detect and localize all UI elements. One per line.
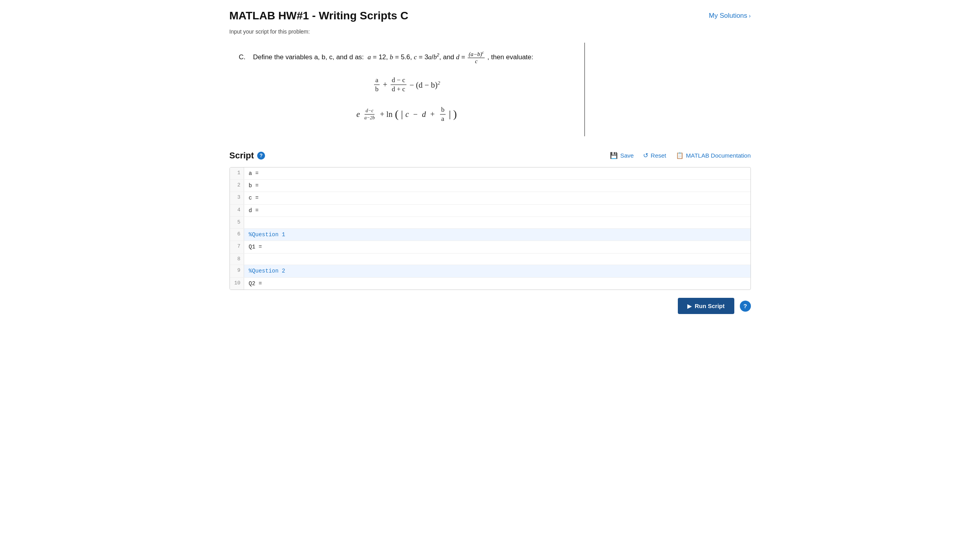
line-content: Q2 = bbox=[244, 278, 751, 290]
save-button[interactable]: 💾 Save bbox=[610, 152, 634, 159]
line-number: 9 bbox=[230, 265, 244, 277]
line-number: 8 bbox=[230, 254, 244, 265]
frac-a-b: a b bbox=[374, 76, 380, 93]
code-line: 5 bbox=[230, 217, 751, 229]
problem-box: C. Define the variables a, b, c, and d a… bbox=[229, 43, 585, 136]
problem-description: Define the variables a, b, c, and d as: … bbox=[253, 53, 533, 61]
code-editor[interactable]: 1a = 2b = 3c = 4d = 56%Question 17Q1 = 8… bbox=[229, 167, 751, 290]
docs-button[interactable]: 📋 MATLAB Documentation bbox=[676, 152, 751, 159]
code-line: 10Q2 = bbox=[230, 278, 751, 290]
line-number: 10 bbox=[230, 278, 244, 290]
page-title: MATLAB HW#1 - Writing Scripts C bbox=[229, 9, 408, 22]
toolbar-right: 💾 Save ↺ Reset 📋 MATLAB Documentation bbox=[610, 152, 751, 159]
run-label: Run Script bbox=[695, 303, 725, 309]
exp-frac: d−c a−2b bbox=[363, 108, 376, 121]
save-icon: 💾 bbox=[610, 152, 618, 159]
reset-label: Reset bbox=[651, 152, 666, 159]
my-solutions-link[interactable]: My Solutions › bbox=[709, 12, 751, 20]
code-line: 1a = bbox=[230, 167, 751, 180]
script-title: Script bbox=[229, 150, 254, 161]
line-content bbox=[244, 217, 751, 228]
docs-icon: 📋 bbox=[676, 152, 684, 159]
code-line: 4d = bbox=[230, 205, 751, 217]
play-icon: ▶ bbox=[687, 303, 692, 309]
line-number: 2 bbox=[230, 180, 244, 192]
problem-letter: C. bbox=[239, 53, 246, 61]
code-line: 2b = bbox=[230, 180, 751, 192]
line-number: 1 bbox=[230, 167, 244, 179]
line-number: 5 bbox=[230, 217, 244, 228]
line-content: %Question 1 bbox=[244, 229, 751, 241]
line-number: 3 bbox=[230, 192, 244, 204]
line-content: d = bbox=[244, 205, 751, 216]
problem-statement: C. Define the variables a, b, c, and d a… bbox=[239, 50, 575, 65]
line-content bbox=[244, 254, 751, 265]
line-content: %Question 2 bbox=[244, 265, 751, 277]
header: MATLAB HW#1 - Writing Scripts C My Solut… bbox=[229, 9, 751, 22]
bottom-help-icon[interactable]: ? bbox=[740, 301, 751, 312]
script-title-row: Script ? bbox=[229, 150, 265, 161]
my-solutions-label: My Solutions bbox=[709, 12, 747, 20]
chevron-right-icon: › bbox=[749, 13, 751, 19]
reset-button[interactable]: ↺ Reset bbox=[643, 152, 666, 159]
reset-icon: ↺ bbox=[643, 152, 648, 159]
line-content: b = bbox=[244, 180, 751, 192]
math-expr-1: a b + d − c d + c − (d − b)2 bbox=[373, 76, 440, 93]
frac-dc-dpc: d − c d + c bbox=[391, 76, 406, 93]
bottom-row: ▶ Run Script ? bbox=[229, 298, 751, 314]
run-script-button[interactable]: ▶ Run Script bbox=[678, 298, 734, 314]
line-number: 6 bbox=[230, 229, 244, 241]
problem-subtitle: Input your script for this problem: bbox=[229, 28, 751, 35]
math-expr-2: e d−c a−2b + ln ( | c − d + b a bbox=[356, 106, 457, 123]
script-help-icon[interactable]: ? bbox=[257, 152, 265, 160]
line-content: Q1 = bbox=[244, 241, 751, 253]
code-line: 8 bbox=[230, 254, 751, 265]
code-line: 7Q1 = bbox=[230, 241, 751, 253]
script-section: Script ? 💾 Save ↺ Reset 📋 MATLAB Documen… bbox=[229, 150, 751, 290]
line-content: a = bbox=[244, 167, 751, 179]
line-number: 4 bbox=[230, 205, 244, 216]
frac-b-a: b a bbox=[440, 106, 446, 123]
d-fraction: (a−b)c c bbox=[468, 50, 485, 65]
math-block: a b + d − c d + c − (d − b)2 e d−c a−2b bbox=[239, 72, 575, 127]
code-line: 6%Question 1 bbox=[230, 229, 751, 241]
save-label: Save bbox=[620, 152, 634, 159]
code-line: 9%Question 2 bbox=[230, 265, 751, 277]
docs-label: MATLAB Documentation bbox=[686, 152, 751, 159]
line-content: c = bbox=[244, 192, 751, 204]
line-number: 7 bbox=[230, 241, 244, 253]
script-header: Script ? 💾 Save ↺ Reset 📋 MATLAB Documen… bbox=[229, 150, 751, 161]
code-line: 3c = bbox=[230, 192, 751, 204]
